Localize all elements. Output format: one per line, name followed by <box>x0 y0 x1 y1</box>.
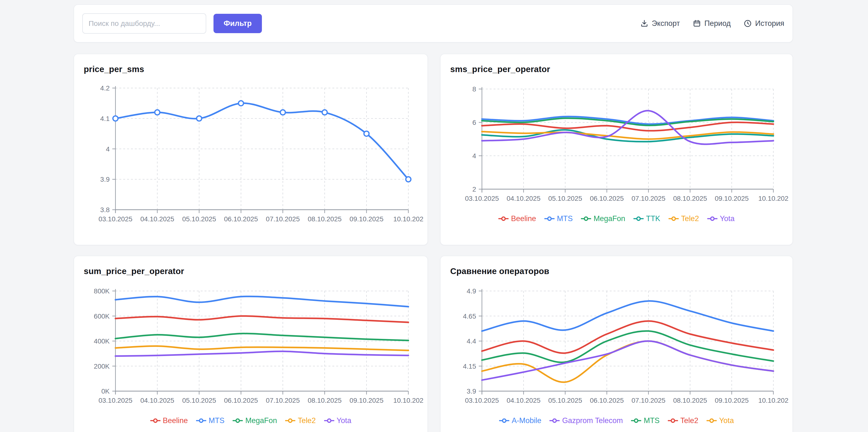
svg-text:09.10.2025: 09.10.2025 <box>715 397 749 404</box>
svg-text:04.10.2025: 04.10.2025 <box>507 397 540 404</box>
period-button[interactable]: Период <box>692 19 731 28</box>
svg-text:600K: 600K <box>94 312 110 320</box>
download-icon <box>640 19 649 28</box>
price-per-sms-chart: 4.24.143.93.803.10.202504.10.202505.10.2… <box>74 81 428 233</box>
card-price-per-sms: price_per_sms 4.24.143.93.803.10.202504.… <box>73 54 428 245</box>
legend-item-mts[interactable]: MTS <box>631 416 659 425</box>
legend-item-tele2[interactable]: Tele2 <box>285 416 316 425</box>
svg-text:04.10.2025: 04.10.2025 <box>141 397 174 404</box>
svg-text:400K: 400K <box>94 337 110 345</box>
legend-item-tele2[interactable]: Tele2 <box>668 416 698 425</box>
filter-button[interactable]: Фильтр <box>214 14 262 33</box>
legend-item-a-mobile[interactable]: A-Mobile <box>499 416 541 425</box>
svg-text:09.10.2025: 09.10.2025 <box>349 397 383 404</box>
svg-text:05.10.2025: 05.10.2025 <box>182 397 216 404</box>
legend-label: A-Mobile <box>512 416 541 425</box>
legend-item-megafon[interactable]: MegaFon <box>232 416 277 425</box>
svg-text:4.65: 4.65 <box>463 312 476 320</box>
svg-text:06.10.2025: 06.10.2025 <box>224 397 258 404</box>
legend-marker-icon <box>581 215 591 222</box>
svg-text:800K: 800K <box>94 287 110 295</box>
legend-label: MegaFon <box>245 416 277 425</box>
legend-label: MTS <box>557 214 573 223</box>
history-button[interactable]: История <box>743 19 784 28</box>
svg-text:08.10.2025: 08.10.2025 <box>308 397 342 404</box>
svg-text:3.9: 3.9 <box>467 388 476 395</box>
legend-item-yota[interactable]: Yota <box>707 214 735 223</box>
legend-item-yota[interactable]: Yota <box>707 416 734 425</box>
legend-marker-icon <box>196 418 206 424</box>
legend-marker-icon <box>550 418 560 424</box>
legend-item-mts[interactable]: MTS <box>545 214 573 223</box>
legend-item-megafon[interactable]: MegaFon <box>581 214 625 223</box>
legend-marker-icon <box>707 215 717 222</box>
export-button[interactable]: Экспорт <box>640 19 680 28</box>
legend-label: Gazprom Telecom <box>562 416 623 425</box>
legend-label: Beeline <box>511 214 536 223</box>
export-label: Экспорт <box>652 19 680 28</box>
svg-text:07.10.2025: 07.10.2025 <box>631 397 665 404</box>
legend-label: Yota <box>720 214 735 223</box>
card-operator-comparison: Сравнение операторов 4.94.654.44.153.903… <box>440 256 793 432</box>
toolbar: Фильтр Экспорт Период История <box>73 4 793 42</box>
legend-marker-icon <box>498 215 508 222</box>
legend-marker-icon <box>324 418 334 424</box>
legend-label: TTK <box>646 214 660 223</box>
legend-marker-icon <box>707 418 717 424</box>
legend-marker-icon <box>631 418 641 424</box>
chart-legend: BeelineMTSMegaFonTele2Yota <box>74 416 428 425</box>
svg-text:3.8: 3.8 <box>100 206 110 213</box>
svg-text:4: 4 <box>106 145 110 153</box>
legend-marker-icon <box>150 418 160 424</box>
search-input[interactable] <box>82 13 206 34</box>
svg-text:08.10.2025: 08.10.2025 <box>308 215 342 223</box>
chart-legend: A-MobileGazprom TelecomMTSTele2Yota <box>440 416 793 425</box>
sum-price-per-operator-chart: 800K600K400K200K0K03.10.202504.10.202505… <box>74 283 428 411</box>
svg-text:09.10.2025: 09.10.2025 <box>349 215 383 223</box>
dashboard-page: { "toolbar": { "search_placeholder": "По… <box>0 0 868 432</box>
chart-title: Сравнение операторов <box>450 266 549 276</box>
legend-item-ttk[interactable]: TTK <box>633 214 660 223</box>
legend-label: Tele2 <box>298 416 316 425</box>
svg-text:06.10.2025: 06.10.2025 <box>224 215 258 223</box>
svg-text:0K: 0K <box>101 388 110 395</box>
clock-icon <box>743 19 752 28</box>
svg-text:4.15: 4.15 <box>463 363 476 370</box>
svg-text:4.4: 4.4 <box>467 337 476 345</box>
svg-text:08.10.2025: 08.10.2025 <box>673 195 707 202</box>
chart-title: price_per_sms <box>84 64 144 74</box>
svg-text:10.10.202: 10.10.202 <box>758 195 788 202</box>
svg-text:03.10.2025: 03.10.2025 <box>465 397 499 404</box>
legend-marker-icon <box>545 215 555 222</box>
legend-item-yota[interactable]: Yota <box>324 416 351 425</box>
legend-label: Yota <box>337 416 351 425</box>
svg-text:4.2: 4.2 <box>100 85 110 92</box>
svg-text:8: 8 <box>472 86 476 93</box>
svg-text:07.10.2025: 07.10.2025 <box>266 215 300 223</box>
svg-text:6: 6 <box>472 119 476 126</box>
legend-label: Tele2 <box>680 416 698 425</box>
legend-marker-icon <box>232 418 243 424</box>
svg-text:03.10.2025: 03.10.2025 <box>465 195 499 202</box>
svg-text:4.9: 4.9 <box>467 287 476 295</box>
legend-item-tele2[interactable]: Tele2 <box>669 214 699 223</box>
legend-marker-icon <box>285 418 295 424</box>
svg-text:3.9: 3.9 <box>100 176 110 183</box>
legend-item-mts[interactable]: MTS <box>196 416 224 425</box>
sms-price-per-operator-chart: 864203.10.202504.10.202505.10.202506.10.… <box>440 81 794 209</box>
legend-marker-icon <box>633 215 644 222</box>
svg-text:4: 4 <box>472 152 476 160</box>
legend-marker-icon <box>668 418 678 424</box>
legend-item-gazprom-telecom[interactable]: Gazprom Telecom <box>550 416 623 425</box>
legend-item-beeline[interactable]: Beeline <box>498 214 536 223</box>
svg-text:4.1: 4.1 <box>100 115 110 122</box>
svg-text:2: 2 <box>472 186 476 193</box>
legend-label: MTS <box>644 416 659 425</box>
card-sms-price-per-operator: sms_price_per_operator 864203.10.202504.… <box>440 54 793 245</box>
legend-label: MegaFon <box>593 214 625 223</box>
legend-item-beeline[interactable]: Beeline <box>150 416 188 425</box>
svg-text:09.10.2025: 09.10.2025 <box>715 195 749 202</box>
card-sum-price-per-operator: sum_price_per_operator 800K600K400K200K0… <box>73 256 428 432</box>
svg-text:05.10.2025: 05.10.2025 <box>548 397 582 404</box>
legend-label: Beeline <box>163 416 188 425</box>
